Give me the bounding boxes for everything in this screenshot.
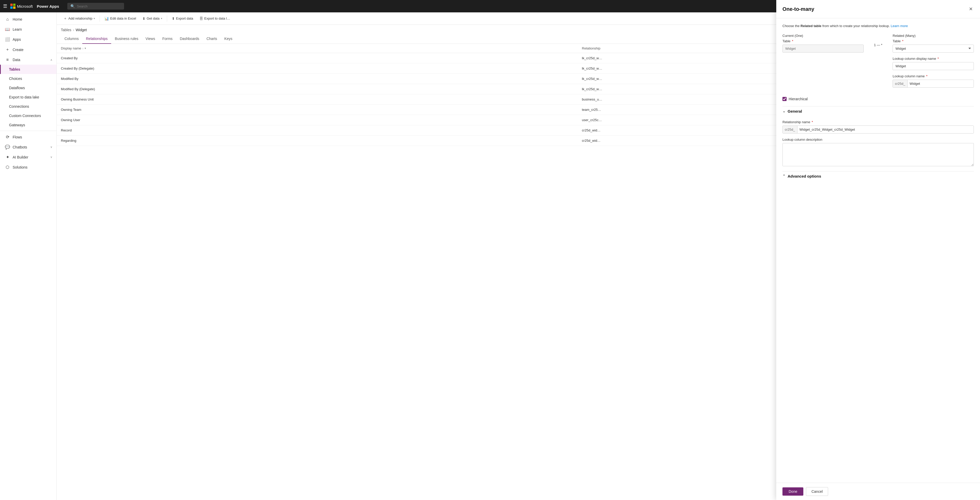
sidebar-apps-label: Apps [13, 37, 52, 41]
data-collapse-icon: ∧ [50, 58, 52, 62]
sidebar-custom-connectors-label: Custom Connectors [9, 114, 52, 118]
advanced-section-expander[interactable]: ⌃ Advanced options [783, 171, 974, 181]
lookup-desc-label: Lookup column description [783, 138, 974, 141]
hierarchical-checkbox[interactable] [783, 97, 787, 101]
add-relationship-button[interactable]: ＋ Add relationship ▾ [61, 15, 97, 22]
export-data-button[interactable]: ⬆ Export data [169, 15, 196, 22]
related-table-select[interactable]: Widget [892, 44, 974, 52]
panel-close-button[interactable]: ✕ [968, 13, 974, 13]
general-section-label: General [788, 109, 802, 113]
sidebar-item-connections[interactable]: Connections [0, 102, 56, 111]
lookup-name-label: Lookup column name * [892, 74, 974, 78]
sidebar-item-choices[interactable]: Choices [0, 74, 56, 83]
sidebar-data-label: Data [13, 58, 48, 62]
panel-body: Choose the Related table from which to c… [776, 18, 980, 483]
sidebar-item-export-datalake[interactable]: Export to data lake [0, 92, 56, 102]
learn-more-link[interactable]: Learn more [891, 24, 908, 28]
col-header-display-name[interactable]: Display name ↑ ▾ [57, 44, 578, 53]
search-box[interactable]: 🔍 [67, 3, 124, 10]
sidebar-item-flows[interactable]: ⟳ Flows [0, 132, 56, 142]
sidebar-item-dataflows[interactable]: Dataflows [0, 83, 56, 92]
get-data-button[interactable]: ⬇ Get data ▾ [140, 15, 165, 22]
sidebar-item-apps[interactable]: ⬜ Apps [0, 34, 56, 44]
related-table-group: Table * Widget [892, 39, 974, 52]
sidebar-item-learn[interactable]: 📖 Learn [0, 24, 56, 34]
get-data-dropdown-icon: ▾ [161, 17, 162, 20]
tab-forms[interactable]: Forms [159, 34, 176, 44]
sidebar-ai-builder-label: AI Builder [13, 155, 48, 159]
sidebar-item-custom-connectors[interactable]: Custom Connectors [0, 111, 56, 121]
lookup-desc-textarea[interactable] [783, 143, 974, 166]
current-table-label: Table * [783, 39, 864, 43]
sidebar-item-create[interactable]: ＋ Create [0, 44, 56, 55]
lookup-display-group: Lookup column display name * [892, 57, 974, 70]
export-datalake-button[interactable]: 🗄 Export to data l… [197, 15, 232, 22]
relationship-name-input-wrap: cr25d_ [783, 125, 974, 133]
flows-icon: ⟳ [5, 135, 10, 140]
edit-excel-button[interactable]: 📊 Edit data in Excel [102, 15, 138, 22]
one-to-many-panel: One-to-many ✕ Choose the Related table f… [776, 13, 980, 500]
lookup-display-label: Lookup column display name * [892, 57, 974, 60]
sidebar-create-label: Create [13, 48, 52, 52]
tab-columns[interactable]: Columns [61, 34, 82, 44]
done-button[interactable]: Done [783, 487, 803, 495]
lookup-name-prefix: cr25d_ [893, 80, 908, 87]
sidebar-tables-label: Tables [9, 67, 52, 71]
tab-business-rules[interactable]: Business rules [111, 34, 142, 44]
relationship-name-label: Relationship name * [783, 120, 974, 124]
desc-prefix: Choose the [783, 24, 800, 28]
search-icon: 🔍 [70, 4, 75, 8]
related-section-label: Related (Many) [892, 34, 974, 38]
sidebar-item-solutions[interactable]: ⬡ Solutions [0, 162, 56, 172]
sidebar-dataflows-label: Dataflows [9, 86, 52, 90]
export-data-label: Export data [176, 16, 193, 21]
relation-line-text: 1 — * [874, 43, 883, 47]
tab-views[interactable]: Views [142, 34, 159, 44]
hamburger-icon[interactable]: ☰ [3, 3, 7, 9]
home-icon: ⌂ [5, 17, 10, 22]
sidebar-item-tables[interactable]: Tables [0, 65, 56, 74]
lookup-desc-group: Lookup column description [783, 138, 974, 167]
filter-icon[interactable]: ▾ [84, 47, 86, 50]
app-name-label: Power Apps [37, 4, 59, 8]
sidebar-item-gateways[interactable]: Gateways [0, 121, 56, 130]
current-table-group: Table * [783, 39, 864, 52]
add-icon: ＋ [64, 16, 67, 21]
sidebar-item-home[interactable]: ⌂ Home [0, 14, 56, 24]
hierarchical-row: Hierarchical [783, 97, 974, 101]
hierarchical-label[interactable]: Hierarchical [789, 97, 808, 101]
sort-icon: ↑ [82, 47, 84, 50]
panel-header: One-to-many ✕ [776, 13, 980, 18]
display-name-cell: Modified By (Delegate) [57, 84, 578, 94]
add-dropdown-icon: ▾ [94, 17, 95, 20]
desc-suffix: from which to create your relationship l… [822, 24, 891, 28]
current-table-input[interactable] [783, 44, 864, 52]
panel-footer: Done Cancel [776, 483, 980, 500]
sidebar-item-chatbots[interactable]: 💬 Chatbots ∨ [0, 142, 56, 152]
search-input[interactable] [77, 5, 121, 8]
display-name-cell: Regarding [57, 136, 578, 146]
microsoft-logo [10, 3, 16, 9]
breadcrumb-tables-link[interactable]: Tables [61, 28, 71, 32]
tab-dashboards[interactable]: Dashboards [176, 34, 203, 44]
tab-keys[interactable]: Keys [221, 34, 236, 44]
lookup-name-input[interactable] [908, 80, 974, 87]
lookup-display-input[interactable] [892, 62, 974, 70]
general-section-expander[interactable]: ⌄ General [783, 106, 974, 116]
panel-description: Choose the Related table from which to c… [783, 24, 974, 29]
sidebar-item-data[interactable]: ≡ Data ∧ [0, 55, 56, 65]
relationship-name-input[interactable] [797, 126, 974, 133]
ai-expand-icon: ∨ [50, 156, 52, 159]
edit-excel-label: Edit data in Excel [110, 16, 136, 21]
breadcrumb-current: Widget [76, 28, 87, 32]
sidebar-connections-label: Connections [9, 105, 52, 108]
desc-bold: Related table [800, 24, 821, 28]
cancel-button[interactable]: Cancel [806, 487, 828, 496]
logo: Microsoft [10, 3, 33, 9]
tab-charts[interactable]: Charts [203, 34, 221, 44]
tab-relationships[interactable]: Relationships [82, 34, 111, 44]
lookup-name-group: Lookup column name * cr25d_ [892, 74, 974, 87]
ai-builder-icon: ✦ [5, 155, 10, 160]
sidebar-item-ai-builder[interactable]: ✦ AI Builder ∨ [0, 152, 56, 162]
sidebar-gateways-label: Gateways [9, 123, 52, 127]
